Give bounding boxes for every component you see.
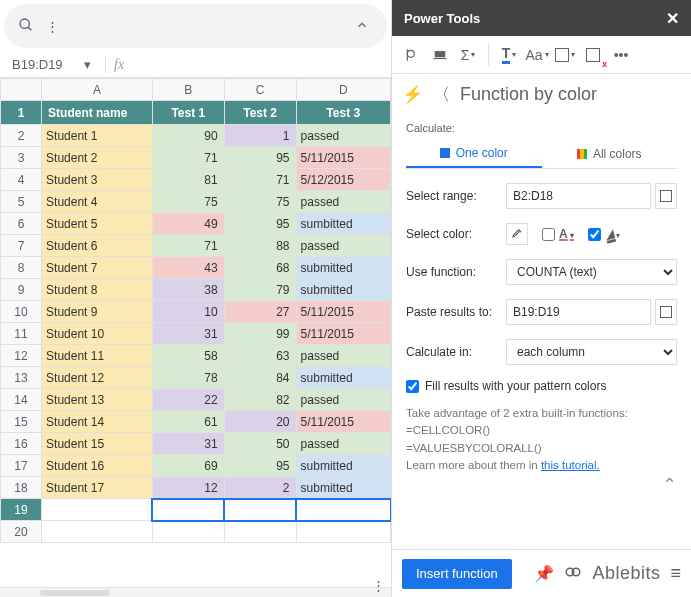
cell[interactable]: 99 bbox=[224, 323, 296, 345]
cell[interactable]: Student 12 bbox=[42, 367, 153, 389]
cell[interactable]: sumbitted bbox=[296, 213, 390, 235]
name-box-dropdown-icon[interactable]: ▾ bbox=[84, 57, 91, 72]
cell[interactable]: 90 bbox=[152, 125, 224, 147]
range-picker-icon[interactable] bbox=[655, 183, 677, 209]
cell[interactable]: Student 7 bbox=[42, 257, 153, 279]
cell[interactable] bbox=[42, 499, 153, 521]
cell[interactable]: 75 bbox=[152, 191, 224, 213]
cell[interactable]: 84 bbox=[224, 367, 296, 389]
cell[interactable]: Student 6 bbox=[42, 235, 153, 257]
select-range-input[interactable] bbox=[506, 183, 651, 209]
cell[interactable]: submitted bbox=[296, 455, 390, 477]
cell[interactable]: Student 9 bbox=[42, 301, 153, 323]
col-header[interactable]: B bbox=[152, 79, 224, 101]
row-header[interactable]: 14 bbox=[1, 389, 42, 411]
cell[interactable]: passed bbox=[296, 235, 390, 257]
cell[interactable]: 69 bbox=[152, 455, 224, 477]
row-header[interactable]: 19 bbox=[1, 499, 42, 521]
cell[interactable]: 22 bbox=[152, 389, 224, 411]
cell[interactable]: 71 bbox=[152, 147, 224, 169]
row-header[interactable]: 2 bbox=[1, 125, 42, 147]
cell[interactable]: 68 bbox=[224, 257, 296, 279]
font-size-icon[interactable]: Aa bbox=[525, 43, 549, 67]
cell[interactable]: 50 bbox=[224, 433, 296, 455]
row-header[interactable]: 17 bbox=[1, 455, 42, 477]
cell[interactable]: 1 bbox=[224, 125, 296, 147]
cell[interactable]: Student 11 bbox=[42, 345, 153, 367]
select-all-corner[interactable] bbox=[1, 79, 42, 101]
use-function-select[interactable]: COUNTA (text) bbox=[506, 259, 677, 285]
sigma-icon[interactable]: Σ bbox=[456, 43, 480, 67]
cell[interactable]: 95 bbox=[224, 455, 296, 477]
row-header[interactable]: 6 bbox=[1, 213, 42, 235]
row-header[interactable]: 7 bbox=[1, 235, 42, 257]
cell[interactable]: 95 bbox=[224, 147, 296, 169]
cell[interactable] bbox=[224, 499, 296, 521]
cell[interactable] bbox=[152, 521, 224, 543]
eyedropper-icon[interactable] bbox=[506, 223, 528, 245]
row-header[interactable]: 1 bbox=[1, 101, 42, 125]
cell[interactable]: passed bbox=[296, 345, 390, 367]
cell[interactable]: 5/11/2015 bbox=[296, 301, 390, 323]
cell[interactable]: 31 bbox=[152, 323, 224, 345]
fill-pattern-checkbox[interactable] bbox=[406, 380, 419, 393]
cell[interactable]: 95 bbox=[224, 213, 296, 235]
fill-color-checkbox[interactable] bbox=[588, 228, 601, 241]
cell[interactable]: Student 15 bbox=[42, 433, 153, 455]
range-picker-icon[interactable] bbox=[655, 299, 677, 325]
cell[interactable]: Student 14 bbox=[42, 411, 153, 433]
calculate-in-select[interactable]: each column bbox=[506, 339, 677, 365]
more-icon[interactable]: ⋮ bbox=[46, 19, 59, 34]
row-header[interactable]: 15 bbox=[1, 411, 42, 433]
font-color-checkbox[interactable] bbox=[542, 228, 555, 241]
cell[interactable]: 63 bbox=[224, 345, 296, 367]
back-icon[interactable]: 〈 bbox=[433, 83, 450, 106]
cell[interactable]: passed bbox=[296, 191, 390, 213]
cell[interactable]: 58 bbox=[152, 345, 224, 367]
cell[interactable]: submitted bbox=[296, 279, 390, 301]
tab-one-color[interactable]: One color bbox=[406, 140, 542, 168]
menu-icon[interactable]: ≡ bbox=[670, 563, 681, 584]
inspect-icon[interactable] bbox=[400, 43, 424, 67]
more-tools-icon[interactable]: ••• bbox=[609, 43, 633, 67]
paste-results-input[interactable] bbox=[506, 299, 651, 325]
horizontal-scrollbar[interactable]: ⋮ bbox=[0, 587, 391, 597]
text-color-icon[interactable]: T bbox=[497, 43, 521, 67]
cell[interactable]: 88 bbox=[224, 235, 296, 257]
table-header-cell[interactable]: Student name bbox=[42, 101, 153, 125]
cell[interactable]: 82 bbox=[224, 389, 296, 411]
help-icon[interactable] bbox=[564, 563, 582, 585]
cell[interactable]: submitted bbox=[296, 367, 390, 389]
cell[interactable]: Student 16 bbox=[42, 455, 153, 477]
row-header[interactable]: 20 bbox=[1, 521, 42, 543]
cell[interactable]: submitted bbox=[296, 477, 390, 499]
col-header[interactable]: A bbox=[42, 79, 153, 101]
col-header[interactable]: D bbox=[296, 79, 390, 101]
table-header-cell[interactable]: Test 3 bbox=[296, 101, 390, 125]
borders-icon[interactable] bbox=[553, 43, 577, 67]
cell[interactable]: 5/12/2015 bbox=[296, 169, 390, 191]
cell[interactable]: 75 bbox=[224, 191, 296, 213]
clear-format-icon[interactable] bbox=[581, 43, 605, 67]
cell[interactable]: Student 10 bbox=[42, 323, 153, 345]
cell[interactable]: 2 bbox=[224, 477, 296, 499]
cell[interactable]: Student 4 bbox=[42, 191, 153, 213]
cell[interactable]: 5/11/2015 bbox=[296, 411, 390, 433]
row-header[interactable]: 3 bbox=[1, 147, 42, 169]
cell[interactable] bbox=[224, 521, 296, 543]
cell[interactable]: 27 bbox=[224, 301, 296, 323]
cell[interactable]: Student 17 bbox=[42, 477, 153, 499]
cell[interactable]: Student 13 bbox=[42, 389, 153, 411]
cell[interactable]: 20 bbox=[224, 411, 296, 433]
cell[interactable]: Student 8 bbox=[42, 279, 153, 301]
cell[interactable]: submitted bbox=[296, 257, 390, 279]
tab-all-colors[interactable]: All colors bbox=[542, 140, 678, 168]
row-header[interactable]: 8 bbox=[1, 257, 42, 279]
cell-reference[interactable]: B19:D19 bbox=[6, 57, 76, 72]
row-header[interactable]: 4 bbox=[1, 169, 42, 191]
search-bar[interactable]: ⋮ bbox=[4, 4, 387, 48]
cell[interactable]: 79 bbox=[224, 279, 296, 301]
cell[interactable] bbox=[296, 499, 390, 521]
cell[interactable]: 71 bbox=[224, 169, 296, 191]
row-header[interactable]: 13 bbox=[1, 367, 42, 389]
